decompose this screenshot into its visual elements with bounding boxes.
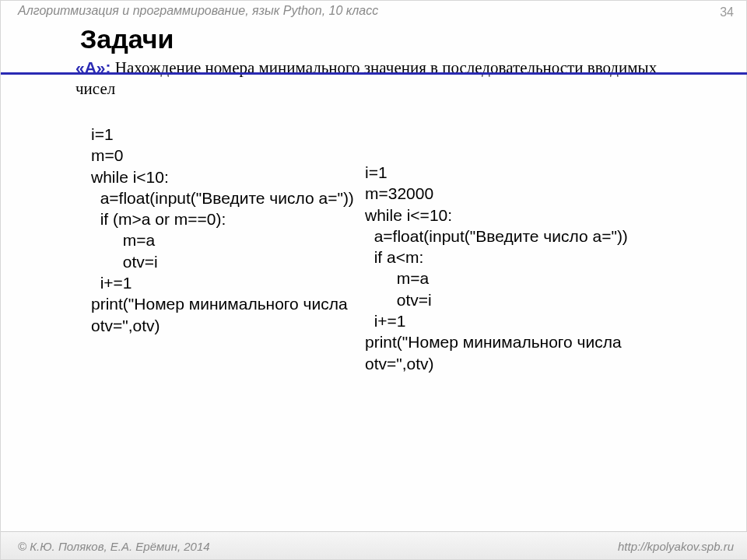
footer: © К.Ю. Поляков, Е.А. Ерёмин, 2014 http:/… (1, 531, 747, 559)
task-text: Нахождение номера минимального значения … (75, 58, 657, 98)
footer-url: http://kpolyakov.spb.ru (618, 540, 734, 553)
title-underline (1, 72, 747, 75)
footer-authors: © К.Ю. Поляков, Е.А. Ерёмин, 2014 (18, 540, 210, 553)
slide-title: Задачи (80, 24, 174, 54)
code-block-right: i=1 m=32000 while i<=10: a=float(input("… (365, 162, 628, 374)
code-block-left: i=1 m=0 while i<10: a=float(input("Введи… (91, 124, 354, 336)
slide: Алгоритмизация и программирование, язык … (0, 0, 747, 560)
page-number: 34 (720, 5, 734, 19)
task-description: «A»: Нахождение номера минимального знач… (75, 57, 698, 100)
header-subtitle: Алгоритмизация и программирование, язык … (18, 4, 378, 18)
